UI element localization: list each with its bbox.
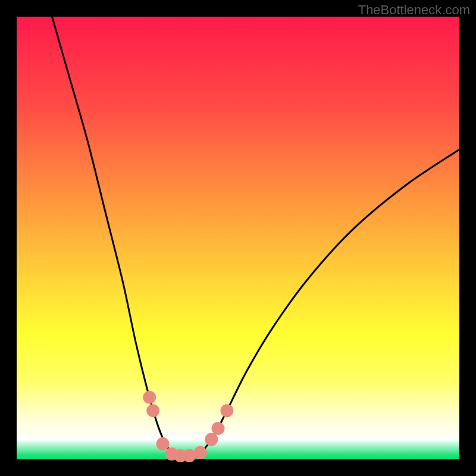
attribution-text: TheBottleneck.com <box>358 2 470 18</box>
curve-marker <box>212 422 225 435</box>
curve-marker <box>205 433 218 446</box>
curve-marker <box>156 437 170 450</box>
curve-marker <box>183 449 196 462</box>
plot-background <box>17 17 459 459</box>
curve-marker <box>146 404 159 417</box>
curve-marker <box>220 404 233 417</box>
bottleneck-chart <box>0 0 476 476</box>
curve-marker <box>194 446 207 459</box>
curve-marker <box>143 391 156 404</box>
